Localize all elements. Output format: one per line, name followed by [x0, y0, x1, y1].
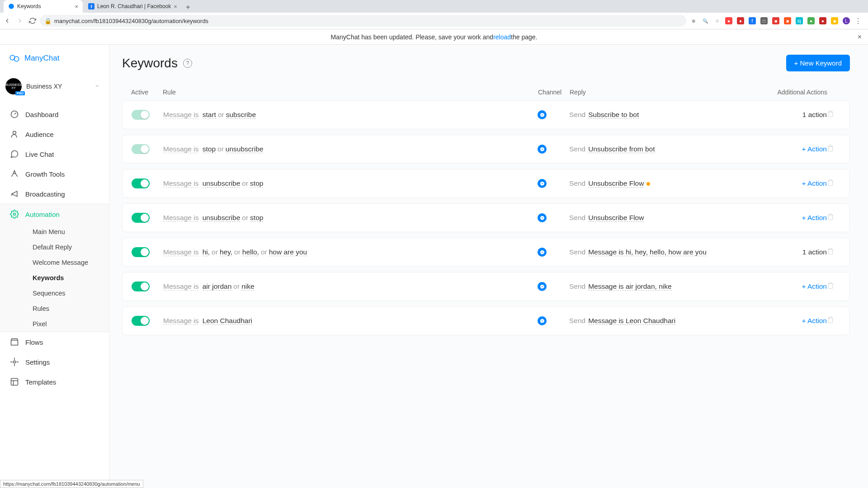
page-title: Keywords — [122, 56, 178, 70]
keyword-row[interactable]: Message is stoporunsubscribeSendUnsubscr… — [122, 135, 850, 164]
delete-icon[interactable] — [827, 316, 834, 324]
add-action-link[interactable]: + Action — [802, 282, 827, 290]
active-toggle[interactable] — [132, 282, 150, 291]
subnav-pixel[interactable]: Pixel — [0, 316, 109, 332]
rule-cell[interactable]: Message is air jordanornike — [163, 282, 538, 291]
rule-cell[interactable]: Message is Leon Chaudhari — [163, 317, 538, 325]
banner-reload-link[interactable]: reload — [493, 33, 511, 41]
active-toggle[interactable] — [132, 178, 150, 188]
subnav-sequences[interactable]: Sequences — [0, 286, 109, 301]
ext-icon[interactable]: ■ — [831, 17, 838, 24]
close-banner-icon[interactable]: × — [858, 33, 862, 41]
reply-cell[interactable]: SendMessage is hi, hey, hello, how are y… — [569, 248, 759, 256]
rule-cell[interactable]: Message is stoporunsubscribe — [163, 145, 538, 153]
profile-avatar-icon[interactable]: L — [843, 17, 850, 24]
star-icon[interactable]: ☆ — [713, 17, 721, 24]
keyword-value: stop — [203, 145, 216, 153]
sidebar-item-live-chat[interactable]: Live Chat — [0, 144, 109, 164]
reload-icon[interactable] — [29, 17, 36, 24]
nav-label: Settings — [25, 358, 50, 366]
keyword-row[interactable]: Message is Leon ChaudhariSendMessage is … — [122, 306, 850, 335]
ext-icon[interactable]: f — [749, 17, 756, 24]
reply-cell[interactable]: SendUnsubscribe from bot — [569, 145, 759, 153]
subnav-welcome-message[interactable]: Welcome Message — [0, 255, 109, 270]
active-toggle[interactable] — [132, 213, 150, 223]
keyword-row[interactable]: Message is unsubscribeorstopSendUnsubscr… — [122, 169, 850, 198]
sidebar-item-settings[interactable]: Settings — [0, 352, 109, 372]
ext-icon[interactable]: ■ — [772, 17, 779, 24]
logo[interactable]: ManyChat — [0, 45, 109, 72]
reply-cell[interactable]: SendUnsubscribe Flow — [569, 179, 759, 188]
delete-icon[interactable] — [827, 282, 834, 289]
add-action-link[interactable]: + Action — [802, 179, 827, 187]
add-action-link[interactable]: + Action — [802, 317, 827, 324]
subnav-default-reply[interactable]: Default Reply — [0, 239, 109, 255]
subnav-keywords[interactable]: Keywords — [0, 270, 109, 286]
delete-icon[interactable] — [827, 213, 834, 221]
ext-icon[interactable]: ● — [819, 17, 826, 24]
workspace-selector[interactable]: BUSINESS XY PRO Business XY — [0, 74, 105, 99]
nav-label: Dashboard — [25, 111, 58, 118]
reply-cell[interactable]: SendMessage is air jordan, nike — [569, 282, 759, 291]
add-action-link[interactable]: + Action — [802, 145, 827, 153]
help-icon[interactable]: ? — [183, 59, 192, 68]
tab-close-icon[interactable]: × — [75, 3, 78, 10]
keyword-row[interactable]: Message is unsubscribeorstopSendUnsubscr… — [122, 203, 850, 232]
forward-icon[interactable] — [16, 17, 24, 24]
keyword-row[interactable]: Message is startorsubscribeSendSubscribe… — [122, 100, 850, 129]
reply-cell[interactable]: SendMessage is Leon Chaudhari — [569, 317, 759, 325]
new-tab-button[interactable]: + — [183, 2, 193, 13]
subnav-main-menu[interactable]: Main Menu — [0, 224, 109, 239]
reply-cell[interactable]: SendUnsubscribe Flow — [569, 214, 759, 222]
translate-icon[interactable]: ⊕ — [690, 17, 697, 24]
menu-icon[interactable]: ⋮ — [854, 17, 862, 24]
col-rule: Rule — [163, 89, 538, 96]
subnav-rules[interactable]: Rules — [0, 301, 109, 316]
browser-tab-active[interactable]: Keywords × — [4, 0, 83, 13]
reply-flow-name: Unsubscribe Flow — [588, 179, 644, 188]
sidebar-item-flows[interactable]: Flows — [0, 332, 109, 352]
delete-icon[interactable] — [827, 110, 834, 117]
rule-cell[interactable]: Message is startorsubscribe — [163, 111, 538, 119]
reply-cell[interactable]: SendSubscribe to bot — [569, 111, 759, 119]
action-count[interactable]: 1 action — [802, 248, 827, 256]
tab-close-icon[interactable]: × — [174, 3, 177, 10]
ext-icon[interactable]: ● — [807, 17, 815, 24]
ext-icon[interactable]: ● — [725, 17, 732, 24]
keyword-row[interactable]: Message is hi,orhey,orhello,orhow are yo… — [122, 238, 850, 267]
nav-label: Templates — [25, 378, 56, 386]
rule-condition-label: Message is — [163, 145, 198, 153]
sidebar-item-growth-tools[interactable]: Growth Tools — [0, 164, 109, 184]
settings-icon — [10, 357, 19, 366]
address-bar[interactable]: 🔒 manychat.com/fb181039443240830g/automa… — [40, 15, 686, 27]
zoom-icon[interactable]: 🔍 — [702, 17, 709, 24]
ext-icon[interactable]: ● — [737, 17, 744, 24]
browser-tab-inactive[interactable]: f Leon R. Chaudhari | Facebook × — [84, 0, 182, 13]
browser-chrome: Keywords × f Leon R. Chaudhari | Faceboo… — [0, 0, 868, 29]
ext-icon[interactable]: ■ — [784, 17, 791, 24]
rule-cell[interactable]: Message is hi,orhey,orhello,orhow are yo… — [163, 248, 538, 256]
action-count[interactable]: 1 action — [802, 111, 827, 118]
col-channel: Channel — [538, 89, 570, 96]
delete-icon[interactable] — [827, 179, 834, 186]
back-icon[interactable] — [4, 17, 11, 24]
sidebar-item-broadcasting[interactable]: Broadcasting — [0, 184, 109, 204]
add-action-link[interactable]: + Action — [802, 214, 827, 221]
keyword-row[interactable]: Message is air jordanornikeSendMessage i… — [122, 272, 850, 301]
active-toggle[interactable] — [132, 316, 150, 326]
active-toggle[interactable] — [132, 110, 150, 120]
sidebar-item-templates[interactable]: Templates — [0, 372, 109, 392]
delete-icon[interactable] — [827, 248, 834, 255]
sidebar-item-automation[interactable]: Automation — [0, 204, 109, 224]
sidebar-item-dashboard[interactable]: Dashboard — [0, 104, 109, 124]
ext-icon[interactable]: iq — [796, 17, 803, 24]
new-keyword-button[interactable]: + New Keyword — [786, 55, 850, 71]
sidebar-item-audience[interactable]: Audience — [0, 124, 109, 144]
active-toggle[interactable] — [132, 247, 150, 257]
delete-icon[interactable] — [827, 145, 834, 152]
rule-cell[interactable]: Message is unsubscribeorstop — [163, 214, 538, 222]
rule-cell[interactable]: Message is unsubscribeorstop — [163, 179, 538, 188]
active-toggle[interactable] — [132, 144, 150, 154]
ext-icon[interactable]: □ — [760, 17, 768, 24]
rule-condition-label: Message is — [163, 179, 198, 188]
